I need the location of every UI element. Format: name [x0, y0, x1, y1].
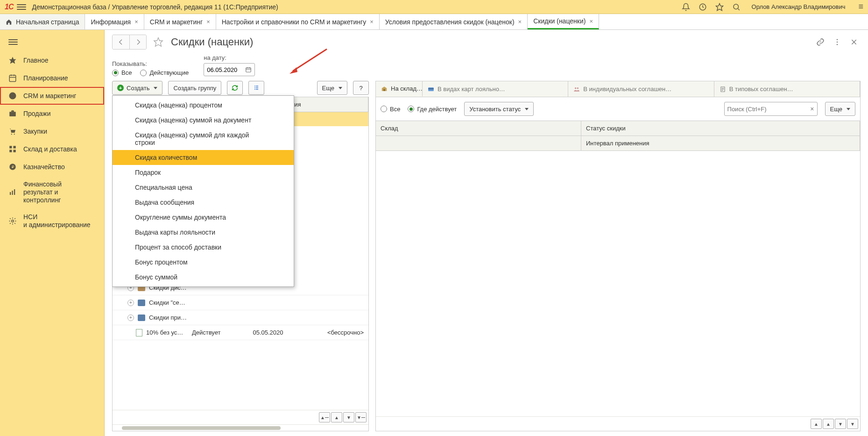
table-row[interactable]: + Скидки при… — [113, 310, 368, 325]
tab-crm-marketing[interactable]: CRM и маркетинг × — [144, 14, 216, 29]
help-label: ? — [359, 85, 362, 92]
menu-item[interactable]: Выдача сообщения — [113, 195, 294, 210]
list-mode-button[interactable] — [248, 81, 264, 95]
more-button-right[interactable]: Еще — [825, 102, 855, 116]
menu-item[interactable]: Бонус процентом — [113, 255, 294, 270]
bell-icon[interactable] — [682, 3, 690, 11]
svg-rect-24 — [254, 86, 255, 86]
menu-item[interactable]: Скидка (наценка) процентом — [113, 98, 294, 113]
search-input[interactable]: × — [724, 102, 818, 116]
link-icon[interactable] — [814, 36, 827, 49]
menu-item[interactable]: Скидка (наценка) суммой для каждой строк… — [113, 128, 294, 150]
tab-information[interactable]: Информация × — [85, 14, 144, 29]
user-name[interactable]: Орлов Александр Владимирович — [752, 3, 846, 10]
star-icon[interactable] — [715, 3, 724, 11]
sidebar-item-finresult[interactable]: Финансовый результат и контроллинг — [0, 176, 104, 208]
sidebar-item-treasury[interactable]: ₽ Казначейство — [0, 158, 104, 176]
menu-item[interactable]: Бонус суммой — [113, 270, 294, 285]
expand-icon[interactable]: + — [127, 300, 134, 306]
date-input[interactable] — [204, 63, 255, 76]
sidebar-item-purchases[interactable]: Закупки — [0, 122, 104, 140]
radio-all-right[interactable]: Все — [381, 106, 400, 113]
calendar-icon[interactable] — [245, 66, 252, 73]
menu-item[interactable]: Подарок — [113, 165, 294, 180]
table-row[interactable]: + Скидки "се… — [113, 295, 368, 310]
window-mode-icon[interactable]: ≡ — [858, 2, 863, 12]
menu-item[interactable]: Специальная цена — [113, 180, 294, 195]
sidebar-item-main[interactable]: Главное — [0, 51, 104, 69]
search-field[interactable] — [727, 106, 808, 113]
scroll-down-button[interactable]: ▼ — [343, 412, 354, 422]
right-table: Склад Статус скидки Интервал применения … — [376, 121, 860, 431]
hscroll-thumb[interactable] — [122, 426, 281, 430]
menu-item[interactable]: Процент за способ доставки — [113, 240, 294, 255]
svg-marker-22 — [289, 67, 297, 74]
scroll-bottom-button[interactable]: ▼ — [355, 412, 367, 422]
rtab-loyalty-cards[interactable]: В видах карт лояльно… — [423, 81, 568, 97]
refresh-button[interactable] — [227, 81, 243, 95]
tab-discounts[interactable]: Скидки (наценки) × — [528, 14, 599, 29]
scroll-bottom-button[interactable]: ▼ — [847, 419, 858, 429]
right-table-body[interactable] — [376, 151, 860, 416]
close-icon[interactable]: × — [518, 18, 522, 25]
close-icon[interactable]: × — [589, 18, 593, 25]
kebab-icon[interactable] — [831, 36, 844, 49]
briefcase-icon — [8, 109, 17, 118]
hscroll[interactable] — [113, 424, 368, 431]
folder-icon — [138, 314, 145, 321]
close-icon[interactable]: × — [206, 18, 210, 25]
create-dropdown-menu: Скидка (наценка) процентом Скидка (нацен… — [112, 95, 294, 287]
table-row[interactable]: 10% без ус… Действует 05.05.2020 <бессро… — [113, 325, 368, 340]
rtab-warehouses[interactable]: На склад… — [376, 81, 423, 97]
tab-home[interactable]: Начальная страница — [0, 14, 85, 29]
close-icon[interactable] — [847, 36, 861, 49]
scroll-up-button[interactable]: ▲ — [823, 419, 834, 429]
sidebar-hamburger[interactable] — [0, 33, 104, 51]
home-icon — [6, 19, 12, 25]
history-icon[interactable] — [699, 3, 707, 11]
menu-item[interactable]: Скидка (наценка) суммой на документ — [113, 113, 294, 128]
radio-all[interactable]: Все — [112, 69, 132, 76]
scroll-top-button[interactable]: ▲ — [319, 412, 330, 422]
radio-active[interactable]: Действующие — [140, 69, 189, 76]
hamburger-icon[interactable] — [17, 2, 26, 12]
help-button[interactable]: ? — [353, 81, 369, 95]
back-button[interactable] — [113, 35, 129, 49]
sidebar-item-sales[interactable]: Продажи — [0, 105, 104, 122]
scroll-up-button[interactable]: ▲ — [331, 412, 342, 422]
rth-interval[interactable]: Интервал применения — [581, 136, 860, 150]
forward-button[interactable] — [129, 35, 146, 49]
rtab-individual-agreements[interactable]: В индивидуальных соглашен… — [568, 81, 714, 97]
svg-point-5 — [11, 134, 12, 135]
sidebar-item-nsi[interactable]: НСИ и администрирование — [0, 208, 104, 234]
scroll-down-button[interactable]: ▼ — [835, 419, 846, 429]
expand-icon[interactable]: + — [127, 314, 134, 321]
radio-label: Действующие — [149, 69, 189, 76]
rth-status[interactable]: Статус скидки — [581, 121, 860, 136]
rth-warehouse[interactable]: Склад — [376, 121, 581, 136]
radio-where-active[interactable]: Где действует — [408, 106, 457, 113]
search-icon[interactable] — [732, 3, 741, 11]
clear-icon[interactable]: × — [810, 105, 814, 113]
menu-item[interactable]: Округление суммы документа — [113, 210, 294, 225]
sidebar-item-warehouse[interactable]: Склад и доставка — [0, 140, 104, 158]
rtab-label: В видах карт лояльно… — [438, 86, 505, 93]
create-button[interactable]: + Создать — [112, 81, 162, 95]
close-icon[interactable]: × — [134, 18, 138, 25]
set-status-button[interactable]: Установить статус — [464, 102, 534, 116]
tab-settings-crm[interactable]: Настройки и справочники по CRM и маркети… — [216, 14, 380, 29]
create-group-button[interactable]: Создать группу — [168, 81, 221, 95]
tab-discount-conditions[interactable]: Условия предоставления скидок (наценок) … — [380, 14, 528, 29]
menu-item[interactable]: Скидка количеством — [113, 150, 294, 165]
sidebar-item-crm[interactable]: CRM и маркетинг — [0, 87, 104, 105]
svg-text:₽: ₽ — [12, 165, 14, 169]
rtab-typical-agreements[interactable]: В типовых соглашен… — [714, 81, 860, 97]
more-button[interactable]: Еще — [317, 81, 347, 95]
date-field[interactable] — [207, 66, 242, 73]
menu-item[interactable]: Выдача карты лояльности — [113, 225, 294, 240]
scroll-top-button[interactable]: ▲ — [811, 419, 822, 429]
sidebar-item-planning[interactable]: Планирование — [0, 69, 104, 87]
favorite-star-icon[interactable] — [153, 37, 163, 47]
sidebar-item-label: Финансовый результат и контроллинг — [23, 180, 96, 204]
close-icon[interactable]: × — [370, 18, 374, 25]
